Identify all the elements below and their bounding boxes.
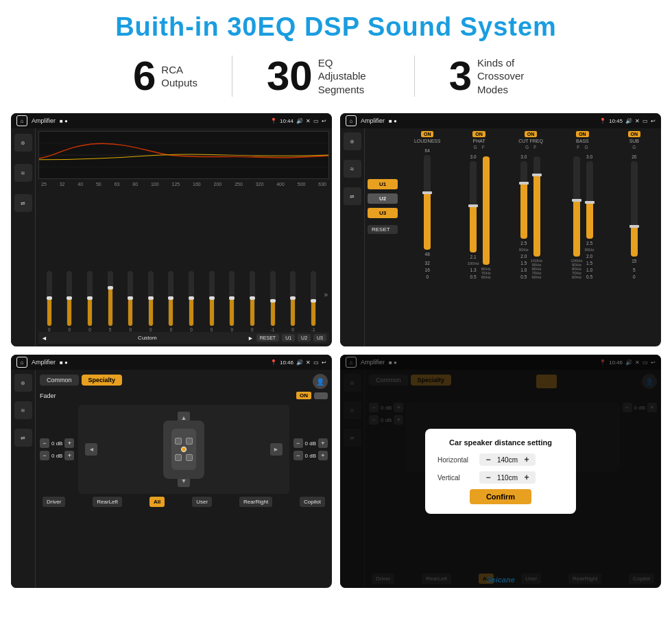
dialog-horizontal-plus[interactable]: + xyxy=(522,455,531,464)
fader-rr-plus[interactable]: + xyxy=(318,451,328,460)
eq-next-btn[interactable]: ► xyxy=(248,335,254,342)
cutfreq-g-slider[interactable] xyxy=(520,161,527,239)
eq-slider-9[interactable]: 0 xyxy=(202,271,221,332)
fader-time: 10:46 xyxy=(280,359,293,366)
fader-location-icon: 📍 xyxy=(270,359,277,366)
stat-crossover-label: Kinds ofCrossover Modes xyxy=(477,56,539,97)
eq-slider-3[interactable]: 0 xyxy=(80,271,99,332)
eq-sidebar-btn1[interactable]: ⊕ xyxy=(14,134,32,152)
crossover-home-icon[interactable]: ⌂ xyxy=(346,115,357,126)
fader-tab-common[interactable]: Common xyxy=(40,375,79,386)
sub-top: ON SUB G xyxy=(628,131,641,150)
fader-sidebar-btn1[interactable]: ⊕ xyxy=(14,374,32,392)
crossover-status-left: ⌂ Amplifier ■ ● xyxy=(346,115,397,126)
eq-slider-4[interactable]: 5 xyxy=(101,271,120,332)
fader-sidebar-btn3[interactable]: ⇄ xyxy=(14,429,32,447)
cutfreq-toggle[interactable]: ON xyxy=(525,131,538,137)
fader-tab-specialty[interactable]: Specialty xyxy=(82,375,123,386)
eq-x-icon[interactable]: ✕ xyxy=(306,118,311,124)
channel-u2-btn[interactable]: U2 xyxy=(368,193,398,204)
crossover-sidebar-btn2[interactable]: ≋ xyxy=(344,160,361,178)
sub-toggle[interactable]: ON xyxy=(628,131,641,137)
sub-label: SUB xyxy=(629,139,639,143)
fader-header: Fader ON xyxy=(40,392,328,399)
fader-copilot-btn[interactable]: Copilot xyxy=(300,497,325,507)
fader-all-btn[interactable]: All xyxy=(149,497,165,507)
eq-sidebar-btn2[interactable]: ≋ xyxy=(14,164,32,182)
bass-g-slider[interactable] xyxy=(586,161,593,239)
loudness-toggle[interactable]: ON xyxy=(421,131,434,137)
fader-sidebar-btn2[interactable]: ≋ xyxy=(14,401,32,419)
fader-x-icon[interactable]: ✕ xyxy=(306,359,311,366)
loudness-slider[interactable] xyxy=(424,155,431,250)
phat-label: PHAT xyxy=(473,139,485,143)
crossover-sidebar-btn3[interactable]: ⇄ xyxy=(344,187,361,205)
fader-driver-btn[interactable]: Driver xyxy=(43,497,65,507)
eq-slider-7[interactable]: 0 xyxy=(162,271,181,332)
channel-u3-btn[interactable]: U3 xyxy=(368,208,398,218)
fader-rearright-btn[interactable]: RearRight xyxy=(239,497,272,507)
fader-user-btn[interactable]: User xyxy=(192,497,212,507)
bass-f-slider[interactable] xyxy=(573,156,580,257)
eq-u1-btn[interactable]: U1 xyxy=(282,334,295,342)
stat-eq-label: EQ AdjustableSegments xyxy=(318,56,380,97)
fader-rect-icon[interactable]: ▭ xyxy=(313,359,319,366)
sub-g-slider[interactable] xyxy=(631,161,638,257)
fader-fl-minus[interactable]: − xyxy=(40,438,49,448)
eq-prev-btn[interactable]: ◄ xyxy=(41,335,47,342)
crossover-reset-btn[interactable]: RESET xyxy=(368,225,398,234)
fader-seat-buttons: Driver RearLeft All User RearRight Copil… xyxy=(40,497,328,507)
fader-arrow-left[interactable]: ◄ xyxy=(85,443,97,456)
fader-arrow-right[interactable]: ► xyxy=(270,443,283,456)
eq-slider-1[interactable]: 0 xyxy=(40,271,59,332)
crossover-rect-icon[interactable]: ▭ xyxy=(643,118,648,124)
eq-sidebar-btn3[interactable]: ⇄ xyxy=(14,194,32,212)
eq-u2-btn[interactable]: U2 xyxy=(298,334,311,342)
crossover-x-icon[interactable]: ✕ xyxy=(635,118,640,124)
fader-fr-plus[interactable]: + xyxy=(318,438,328,448)
dialog-horizontal-minus[interactable]: − xyxy=(483,455,493,464)
fader-back-icon[interactable]: ↩ xyxy=(322,359,326,366)
eq-slider-6[interactable]: 0 xyxy=(141,271,160,332)
home-icon[interactable]: ⌂ xyxy=(16,115,27,126)
eq-u3-btn[interactable]: U3 xyxy=(313,334,326,342)
fader-rl-minus[interactable]: − xyxy=(40,451,49,460)
eq-slider-8[interactable]: 0 xyxy=(182,271,201,332)
eq-expand-btn[interactable]: » xyxy=(324,291,328,312)
dialog-vertical-minus[interactable]: − xyxy=(483,473,493,482)
eq-slider-2[interactable]: 0 xyxy=(60,271,80,332)
confirm-button[interactable]: Confirm xyxy=(470,489,531,504)
eq-slider-14[interactable]: -1 xyxy=(304,271,323,332)
dialog-confirm-area: Confirm xyxy=(437,489,564,504)
fader-rearleft-btn[interactable]: RearLeft xyxy=(93,497,122,507)
fader-rl-plus[interactable]: + xyxy=(64,451,74,460)
dialog-vertical-plus[interactable]: + xyxy=(522,473,531,482)
phat-g-slider[interactable] xyxy=(470,161,477,252)
eq-reset-btn[interactable]: RESET xyxy=(256,334,279,342)
crossover-back-icon[interactable]: ↩ xyxy=(651,118,656,124)
fader-fr-minus[interactable]: − xyxy=(293,438,303,448)
phat-toggle[interactable]: ON xyxy=(472,131,485,137)
crossover-sidebar-btn1[interactable]: ⊕ xyxy=(344,132,361,150)
sub-slider: 20 15 5 0 xyxy=(631,154,638,279)
fader-home-icon[interactable]: ⌂ xyxy=(16,357,27,368)
eq-slider-11[interactable]: 0 xyxy=(243,271,262,332)
channel-u1-btn[interactable]: U1 xyxy=(368,179,398,189)
phat-f-slider[interactable] xyxy=(483,156,490,265)
eq-slider-13[interactable]: 0 xyxy=(283,271,302,332)
fader-profile-icon[interactable]: 👤 xyxy=(313,374,328,389)
fader-on-btn[interactable]: ON xyxy=(296,392,311,399)
eq-vol-icon: 🔊 xyxy=(296,118,303,124)
fader-rr-minus[interactable]: − xyxy=(293,451,303,460)
eq-slider-5[interactable]: 0 xyxy=(121,271,140,332)
eq-slider-10[interactable]: 0 xyxy=(222,271,241,332)
eq-slider-12[interactable]: -1 xyxy=(263,271,283,332)
eq-sidebar: ⊕ ≋ ⇄ xyxy=(11,128,36,346)
eq-back-icon[interactable]: ↩ xyxy=(322,118,326,124)
cutfreq-f-slider[interactable] xyxy=(533,156,540,257)
fader-fl-plus[interactable]: + xyxy=(64,438,74,448)
loudness-slider-col: 64 48 32 16 xyxy=(424,148,431,279)
fader-content: ⊕ ≋ ⇄ Common Specialty 👤 xyxy=(11,370,332,588)
bass-toggle[interactable]: ON xyxy=(576,131,589,137)
eq-rect-icon[interactable]: ▭ xyxy=(313,118,319,124)
